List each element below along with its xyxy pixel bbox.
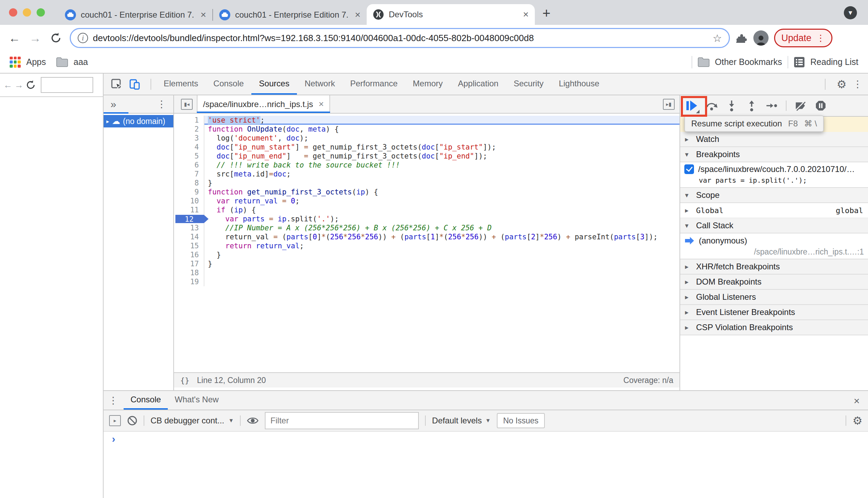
expand-icon[interactable]: ▸ [106,118,109,125]
browser-tab-1[interactable]: couch01 - Enterprise Edition 7. × [59,5,212,25]
address-bar[interactable]: i devtools://devtools/bundled/inspector.… [70,28,730,48]
breakpoint-snippet[interactable]: var parts = ip.split('.'); [684,174,865,184]
step-over-icon[interactable] [706,100,717,112]
deactivate-breakpoints-icon[interactable] [795,100,807,112]
open-sidebar-icon[interactable]: ▸▮ [663,99,675,110]
file-tab[interactable]: /space/linuxbre…nrich_ips.t.js × [197,95,330,113]
section-event-listener-breakpoints[interactable]: ▸Event Listener Breakpoints [680,305,868,320]
call-stack-frame[interactable]: (anonymous) /space/linuxbre…rich_ips.t.…… [680,233,868,259]
tab-performance[interactable]: Performance [343,74,405,95]
navigator-item-no-domain[interactable]: ▸ ☁ (no domain) [104,115,173,127]
expand-icon[interactable]: ▾ [685,150,692,159]
tab-console[interactable]: Console [124,391,168,410]
code-text[interactable] [204,268,679,277]
devtools-menu-icon[interactable]: ⋮ [853,78,862,90]
code-text[interactable]: } [204,259,679,268]
code-text[interactable]: function get_numip_first_3_octets(ip) { [204,188,679,197]
live-expression-eye-icon[interactable] [247,416,259,425]
reading-list[interactable]: Reading List [810,57,858,67]
section-watch[interactable]: ▸ Watch [680,132,868,147]
breakpoint-marker[interactable]: 12 [175,215,209,223]
clear-console-icon[interactable] [127,415,137,426]
navigator-menu-icon[interactable]: ⋮ [157,98,166,110]
pause-on-exceptions-icon[interactable] [815,100,827,112]
minimize-window-button[interactable] [23,8,31,17]
console-prompt-chevron[interactable]: › [112,433,115,445]
code-text[interactable]: 'use strict'; [204,116,679,125]
code-text[interactable]: doc["ip_num_end"] = get_numip_first_3_oc… [204,152,679,161]
tab-search-chevron-icon[interactable]: ▼ [844,6,857,19]
code-text[interactable]: if (ip) { [204,205,679,214]
line-number[interactable]: 18 [174,268,204,277]
line-number[interactable]: 1 [174,116,204,125]
console-sidebar-icon[interactable]: ▸ [109,415,121,426]
line-number[interactable]: 4 [174,143,204,152]
tab-network[interactable]: Network [297,74,343,95]
tab-elements[interactable]: Elements [156,74,206,95]
collapse-icon[interactable]: ▸ [685,135,692,143]
hide-navigator-icon[interactable]: ▮◂ [181,99,193,110]
settings-gear-icon[interactable]: ⚙ [837,78,847,91]
line-number[interactable]: 13 [174,223,204,232]
tab-memory[interactable]: Memory [405,74,451,95]
console-settings-gear-icon[interactable]: ⚙ [852,414,862,427]
section-xhr-fetch-breakpoints[interactable]: ▸XHR/fetch Breakpoints [680,259,868,275]
step-into-icon[interactable] [726,100,737,112]
screencast-forward-icon[interactable]: → [15,80,23,90]
code-text[interactable] [204,277,679,286]
expand-icon[interactable]: ▾ [685,221,692,230]
tab-lighthouse[interactable]: Lighthouse [551,74,607,95]
update-button[interactable]: Update ⋮ [774,29,832,47]
bookmark-star-icon[interactable]: ☆ [713,32,722,44]
url-text[interactable]: devtools://devtools/bundled/inspector.ht… [93,33,708,44]
section-dom-breakpoints[interactable]: ▸DOM Breakpoints [680,275,868,290]
code-text[interactable]: return_val = (parts[0]*(256*256*256)) + … [204,232,679,241]
code-text[interactable]: //IP Number = A x (256*256*256) + B x (2… [204,223,679,232]
breakpoint-checkbox[interactable] [684,164,694,174]
code-text[interactable]: function OnUpdate(doc, meta) { [204,125,679,134]
line-number[interactable]: 11 [174,205,204,214]
tab-application[interactable]: Application [450,74,506,95]
file-tab-close-icon[interactable]: × [319,99,324,109]
line-number[interactable]: 6 [174,161,204,170]
code-text[interactable]: return return_val; [204,241,679,250]
no-issues-button[interactable]: No Issues [497,413,544,428]
line-number[interactable]: 2 [174,125,204,134]
screencast-back-icon[interactable]: ← [3,80,12,90]
tab-whats-new[interactable]: What's New [168,391,225,410]
expand-icon[interactable]: ▾ [685,191,692,199]
tab-close-icon[interactable]: × [355,9,360,20]
pretty-print-icon[interactable]: {} [180,376,190,385]
line-number[interactable]: 3 [174,134,204,143]
other-bookmarks[interactable]: Other Bookmarks [715,57,782,67]
execution-context-selector[interactable]: CB debugger cont...▼ [151,416,234,425]
tab-console[interactable]: Console [206,74,251,95]
resume-script-button[interactable] [686,100,697,112]
line-number[interactable]: 19 [174,277,204,286]
log-levels-dropdown[interactable]: Default levels▼ [432,416,491,425]
line-number[interactable]: 9 [174,188,204,197]
step-out-icon[interactable] [746,100,758,112]
screencast-reload-icon[interactable] [26,80,36,90]
forward-button[interactable]: → [26,29,44,47]
code-editor[interactable]: 1'use strict';2function OnUpdate(doc, me… [174,114,679,372]
code-text[interactable]: var return_val = 0; [204,197,679,205]
inspect-element-icon[interactable] [110,79,124,90]
tab-security[interactable]: Security [506,74,551,95]
step-icon[interactable] [766,100,778,112]
code-text[interactable]: } [204,179,679,188]
screencast-address-input[interactable] [41,77,93,93]
line-number[interactable]: 7 [174,170,204,179]
code-text[interactable]: var parts = ip.split('.'); [204,214,679,223]
new-tab-button[interactable]: + [542,6,550,20]
line-number[interactable]: 15 [174,241,204,250]
section-scope[interactable]: ▾ Scope [680,188,868,203]
drawer-close-icon[interactable]: × [853,395,860,407]
scope-global-row[interactable]: ▸ Global global [680,203,868,218]
browser-tab-devtools[interactable]: DevTools × [367,4,535,25]
tab-sources[interactable]: Sources [251,74,297,95]
line-number[interactable]: 14 [174,232,204,241]
code-text[interactable]: doc["ip_num_start"] = get_numip_first_3_… [204,143,679,152]
breakpoint-entry[interactable]: /space/linuxbrew/couch.7.0.0.20210710/… … [680,162,868,188]
code-text[interactable]: log('document', doc); [204,134,679,143]
